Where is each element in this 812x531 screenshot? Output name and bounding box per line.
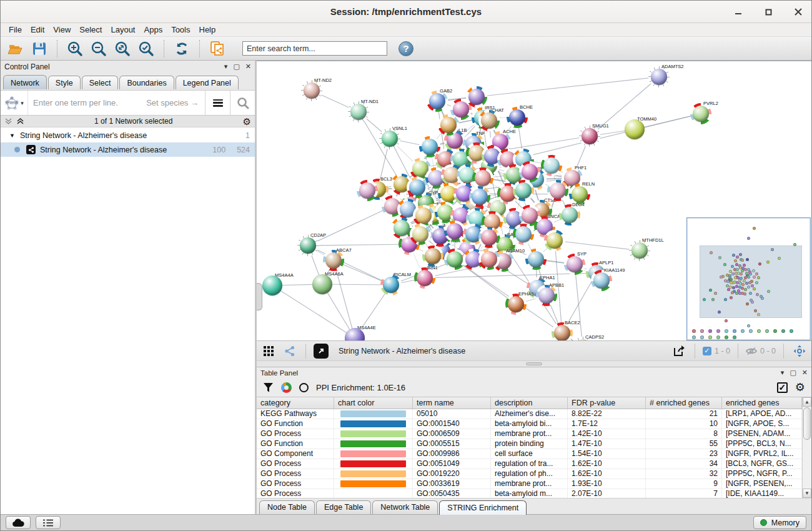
column-header[interactable]: enriched genes [722,397,802,409]
node[interactable] [469,186,490,207]
scroll-up-arrow[interactable]: ▲ [803,397,811,407]
panel-menu-icon[interactable]: ▾ [224,62,228,71]
node[interactable] [444,221,465,242]
help-icon[interactable]: ? [399,41,413,56]
filter-icon[interactable] [263,382,274,393]
node[interactable] [444,249,465,270]
zoom-out-button[interactable] [89,39,109,58]
network-collection-row[interactable]: ▼ String Network - Alzheimer's disease 1 [1,128,255,142]
scroll-thumb[interactable] [803,407,811,440]
menu-file[interactable]: File [4,24,26,36]
memory-button[interactable]: Memory [753,516,806,529]
column-header[interactable]: # enriched genes [646,397,722,409]
grid-mode-icon[interactable] [260,344,277,359]
menu-tools[interactable]: Tools [167,24,194,36]
collapse-all-icon[interactable] [4,117,12,125]
node[interactable] [413,205,434,226]
node[interactable] [466,86,487,107]
column-header[interactable]: description [491,397,568,409]
export-view-icon[interactable] [671,344,687,359]
panel-divider[interactable] [257,360,811,367]
node-picalm[interactable]: PICALM [380,274,402,295]
node-gab2[interactable]: GAB2 [427,91,448,112]
node-cd2ap[interactable]: CD2AP [297,235,319,256]
table-row[interactable]: GO ProcessGO:0050435beta-amyloid m...2.0… [257,489,802,498]
column-header[interactable]: chart color [334,397,413,409]
node-vsnl1[interactable]: VSNL1 [379,128,400,149]
node-ms4a6a[interactable]: MS4A6A [312,274,333,295]
tab-network-table[interactable]: Network Table [372,500,438,514]
tab-boundaries[interactable]: Boundaries [119,76,174,89]
node-chat[interactable]: CHAT [478,110,500,131]
menu-select[interactable]: Select [75,24,106,36]
node[interactable] [525,249,547,270]
menu-view[interactable]: View [49,24,75,36]
node[interactable] [391,217,412,239]
tab-node-table[interactable]: Node Table [259,500,315,514]
column-header[interactable]: category [257,397,334,409]
string-search-button[interactable] [230,91,255,115]
refresh-layout-button[interactable] [172,39,192,58]
node-mthfd1l[interactable]: MTHFD1L [629,240,650,261]
menu-apps[interactable]: Apps [140,24,167,36]
table-panel-float-icon[interactable]: ▢ [790,369,796,377]
node[interactable] [513,180,534,201]
tab-network[interactable]: Network [3,75,47,89]
table-row[interactable]: GO ComponentGO:0009986cell surface1.54E-… [257,449,802,459]
node[interactable] [519,161,540,182]
node[interactable] [438,114,459,136]
node-tomm40[interactable]: TOMM40 [624,119,645,140]
node-mt-nd1[interactable]: MT-ND1 [348,101,369,122]
zoom-selected-button[interactable] [136,39,156,58]
node-abca7[interactable]: ABCA7 [323,250,344,271]
tab-select[interactable]: Select [82,76,119,89]
clear-colors-icon[interactable] [299,383,309,392]
task-history-button[interactable] [36,516,61,529]
tab-style[interactable]: Style [48,76,81,89]
node[interactable] [544,230,565,251]
menu-help[interactable]: Help [195,24,220,36]
node[interactable] [357,180,378,201]
node-ms4a4a[interactable]: MS4A4A [262,275,283,296]
panel-float-icon[interactable]: ▢ [233,62,239,71]
table-row[interactable]: GO ProcessGO:0019220regulation of ph...1… [257,469,802,479]
node[interactable] [519,205,540,226]
node-kiaa1149[interactable]: KIAA1149 [591,270,612,291]
node-ms4a4e[interactable]: MS4A4E [344,327,365,340]
tab-legend-panel[interactable]: Legend Panel [176,76,239,89]
birdseye-view[interactable] [686,217,811,340]
node-smug1[interactable]: SMUG1 [579,126,600,147]
close-button[interactable] [791,5,805,19]
menu-layout[interactable]: Layout [106,24,139,36]
node-bche[interactable]: BCHE [507,107,528,128]
table-scrollbar[interactable]: ▲ ▼ [802,397,811,498]
node[interactable] [478,249,500,270]
table-row[interactable]: GO ProcessGO:0051049regulation of tra...… [257,459,802,469]
expand-all-icon[interactable] [16,117,24,125]
node-bace2[interactable]: BACE2 [552,322,573,340]
node[interactable] [478,227,500,248]
node-apbb1[interactable]: APBB1 [536,285,557,306]
node[interactable] [513,224,534,245]
node-pvrl2[interactable]: PVRL2 [690,103,711,124]
zoom-in-button[interactable] [65,39,85,58]
scroll-down-arrow[interactable]: ▼ [803,489,811,498]
node[interactable] [422,246,443,267]
node-adamts2[interactable]: ADAMTS2 [648,66,670,87]
table-panel-menu-icon[interactable]: ▾ [781,369,785,377]
table-row[interactable]: KEGG Pathways05010Alzheimer's dise...8.8… [257,409,802,419]
panel-close-icon[interactable]: ✕ [245,62,251,71]
open-session-button[interactable] [6,39,26,58]
node[interactable] [547,180,568,201]
export-network-button[interactable] [207,39,227,58]
table-row[interactable]: GO FunctionGO:0005515protein binding1.47… [257,439,802,449]
maximize-button[interactable] [761,5,775,19]
string-query-input[interactable] [28,91,205,115]
minimize-button[interactable] [731,5,745,19]
tab-string-enrichment[interactable]: STRING Enrichment [439,500,527,515]
node-dlg4[interactable]: DLG4 [559,204,580,226]
splitter-handle[interactable] [257,283,262,310]
node-mt-nd2[interactable]: MT-ND2 [301,80,322,101]
table-row[interactable]: GO FunctionGO:0001540beta-amyloid bi...1… [257,419,802,429]
cloud-tasks-button[interactable] [6,516,31,529]
